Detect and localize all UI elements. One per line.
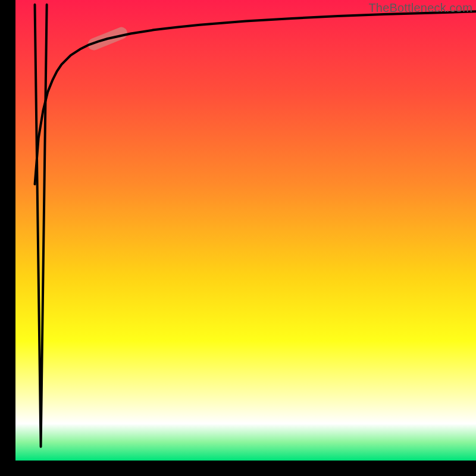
chart-svg	[0, 0, 476, 476]
gradient-background	[15, 0, 476, 461]
y-axis	[0, 0, 15, 476]
x-axis	[0, 461, 476, 476]
watermark-text: TheBottleneck.com	[368, 1, 472, 15]
bottleneck-chart	[0, 0, 476, 476]
